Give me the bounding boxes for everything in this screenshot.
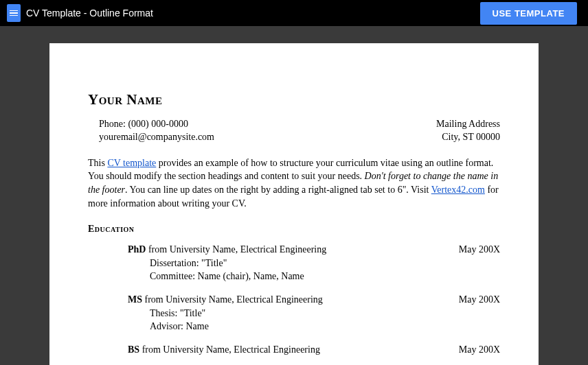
contact-row: Phone: (000) 000-0000 youremail@companys…	[88, 118, 500, 144]
document-viewport[interactable]: Your Name Phone: (000) 000-0000 youremai…	[0, 26, 588, 365]
document-title: CV Template - Outline Format	[26, 8, 153, 19]
use-template-button[interactable]: USE TEMPLATE	[480, 2, 577, 25]
docs-icon	[7, 4, 21, 22]
education-entry: BS from University Name, Electrical Engi…	[88, 343, 500, 357]
education-entry: PhD from University Name, Electrical Eng…	[88, 243, 500, 283]
cv-name: Your Name	[88, 91, 500, 108]
edu-committee: Committee: Name (chair), Name, Name	[128, 270, 500, 283]
intro-paragraph: This CV template provides an example of …	[88, 156, 500, 210]
edu-top-row: MS from University Name, Electrical Engi…	[128, 293, 500, 307]
edu-top-row: BS from University Name, Electrical Engi…	[128, 343, 500, 357]
mailing-label: Mailing Address	[436, 118, 500, 131]
education-heading: Education	[88, 224, 500, 235]
title-area: CV Template - Outline Format	[7, 4, 153, 22]
edu-degree-line: PhD from University Name, Electrical Eng…	[128, 243, 326, 257]
app-header: CV Template - Outline Format USE TEMPLAT…	[0, 0, 588, 26]
email-line: youremail@companysite.com	[99, 131, 214, 144]
edu-dissertation: Dissertation: "Title"	[128, 257, 500, 270]
edu-date: May 200X	[459, 243, 500, 257]
document-page: Your Name Phone: (000) 000-0000 youremai…	[49, 43, 539, 365]
city-line: City, ST 00000	[436, 131, 500, 144]
edu-degree-line: BS from University Name, Electrical Engi…	[128, 343, 320, 357]
edu-thesis: Thesis: "Title"	[128, 307, 500, 320]
edu-top-row: PhD from University Name, Electrical Eng…	[128, 243, 500, 257]
edu-advisor: Advisor: Name	[128, 320, 500, 333]
education-entry: MS from University Name, Electrical Engi…	[88, 293, 500, 333]
edu-date: May 200X	[459, 293, 500, 307]
cv-template-link[interactable]: CV template	[107, 158, 156, 168]
edu-degree-line: MS from University Name, Electrical Engi…	[128, 293, 323, 307]
edu-date: May 200X	[459, 343, 500, 357]
contact-right: Mailing Address City, ST 00000	[436, 118, 500, 144]
vertex42-link[interactable]: Vertex42.com	[431, 185, 485, 195]
contact-left: Phone: (000) 000-0000 youremail@companys…	[99, 118, 214, 144]
phone-line: Phone: (000) 000-0000	[99, 118, 214, 131]
